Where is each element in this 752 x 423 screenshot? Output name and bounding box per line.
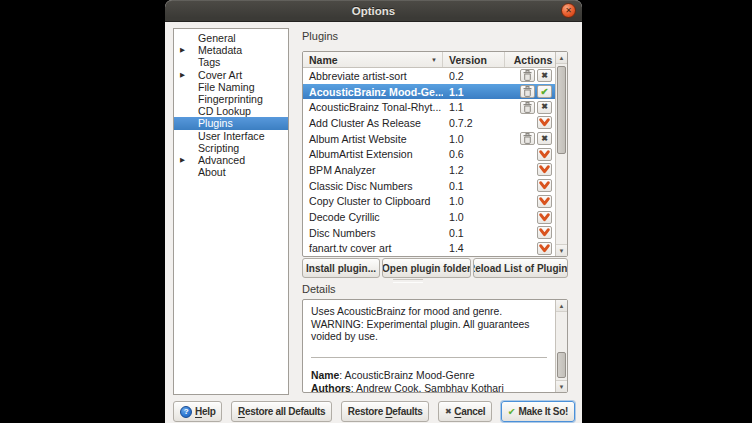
titlebar[interactable]: Options ✕ <box>165 0 582 22</box>
plugin-version: 1.0 <box>443 211 505 223</box>
x-icon: ✖ <box>541 72 548 80</box>
scrollbar-thumb[interactable] <box>557 66 566 154</box>
plugins-details-splitter[interactable] <box>393 279 423 283</box>
plugin-row[interactable]: Disc Numbers0.1 <box>303 225 555 241</box>
plugin-disabled-toggle[interactable]: ✖ <box>537 132 552 145</box>
plugin-enabled-toggle[interactable]: ✔ <box>537 85 552 98</box>
download-plugin-button[interactable] <box>537 148 552 161</box>
plugin-actions <box>505 211 555 224</box>
plugin-row[interactable]: AlbumArtist Extension0.6 <box>303 146 555 162</box>
plugin-actions: ✔ <box>505 85 555 98</box>
download-plugin-button[interactable] <box>537 179 552 192</box>
plugin-version: 1.1 <box>443 86 505 98</box>
scroll-up-button[interactable]: ▲ <box>556 300 567 312</box>
plugin-row[interactable]: Abbreviate artist-sort0.2✖ <box>303 68 555 84</box>
sidebar-item-general[interactable]: General <box>174 32 288 44</box>
trash-icon <box>523 86 532 97</box>
plugin-actions <box>505 148 555 161</box>
restore-defaults-button[interactable]: Restore Defaults <box>341 401 430 422</box>
expand-arrow-icon[interactable]: ▶ <box>180 44 185 56</box>
sidebar-item-user-interface[interactable]: User Interface <box>174 130 288 142</box>
column-header-name[interactable]: Name ▼ <box>303 52 443 67</box>
sidebar-item-cd-lookup[interactable]: CD Lookup <box>174 105 288 117</box>
plugin-actions: ✖ <box>505 69 555 82</box>
x-icon: ✖ <box>541 103 548 111</box>
uninstall-plugin-button[interactable] <box>520 85 535 98</box>
plugin-version: 0.7.2 <box>443 117 505 129</box>
sidebar-item-file-naming[interactable]: File Naming <box>174 81 288 93</box>
sidebar-item-plugins[interactable]: Plugins <box>174 117 288 129</box>
options-category-tree: General▶MetadataTags▶Cover ArtFile Namin… <box>173 28 289 395</box>
plugin-row[interactable]: Album Artist Website1.0✖ <box>303 131 555 147</box>
sidebar-item-cover-art[interactable]: ▶Cover Art <box>174 69 288 81</box>
scrollbar-thumb[interactable] <box>557 352 566 378</box>
uninstall-plugin-button[interactable] <box>520 69 535 82</box>
uninstall-plugin-button[interactable] <box>520 132 535 145</box>
confirm-check-icon: ✔ <box>508 407 516 417</box>
plugin-row[interactable]: AcousticBrainz Mood-Ge...1.1✔ <box>303 84 555 100</box>
uninstall-plugin-button[interactable] <box>520 101 535 114</box>
sidebar-item-scripting[interactable]: Scripting <box>174 142 288 154</box>
expand-arrow-icon[interactable]: ▶ <box>180 69 185 81</box>
download-plugin-button[interactable] <box>537 226 552 239</box>
download-plugin-button[interactable] <box>537 211 552 224</box>
plugin-version: 0.1 <box>443 227 505 239</box>
sort-descending-icon: ▼ <box>431 57 437 63</box>
sidebar-item-label: CD Lookup <box>198 105 251 117</box>
sidebar-item-tags[interactable]: Tags <box>174 56 288 68</box>
help-button[interactable]: ?Help <box>173 401 222 422</box>
expand-arrow-icon[interactable]: ▶ <box>180 154 185 166</box>
plugin-row[interactable]: AcousticBrainz Tonal-Rhyt...1.1✖ <box>303 99 555 115</box>
sidebar-item-label: Tags <box>198 56 220 68</box>
download-plugin-button[interactable] <box>537 163 552 176</box>
sidebar-item-label: Fingerprinting <box>198 93 263 105</box>
open-plugin-folder-button[interactable]: Open plugin folder <box>382 258 471 278</box>
download-plugin-button[interactable] <box>537 116 552 129</box>
sidebar-item-metadata[interactable]: ▶Metadata <box>174 44 288 56</box>
plugin-name: Add Cluster As Release <box>303 117 443 129</box>
scroll-up-button[interactable]: ▲ <box>556 52 567 64</box>
plugin-disabled-toggle[interactable]: ✖ <box>537 101 552 114</box>
download-icon <box>539 150 550 159</box>
column-header-version[interactable]: Version <box>443 52 505 67</box>
plugin-disabled-toggle[interactable]: ✖ <box>537 69 552 82</box>
scroll-down-button[interactable]: ▼ <box>556 244 567 256</box>
close-button[interactable]: ✕ <box>561 3 576 18</box>
column-header-actions[interactable]: Actions <box>505 52 555 67</box>
download-plugin-button[interactable] <box>537 242 552 255</box>
sidebar-item-label: Plugins <box>198 117 233 129</box>
install-plugin-button[interactable]: Install plugin... <box>302 258 380 278</box>
plugin-version: 1.0 <box>443 195 505 207</box>
download-icon <box>539 213 550 222</box>
plugin-name: fanart.tv cover art <box>303 242 443 254</box>
sidebar-item-fingerprinting[interactable]: Fingerprinting <box>174 93 288 105</box>
details-scrollbar[interactable]: ▲ ▼ <box>555 300 567 392</box>
plugin-list-scrollbar[interactable]: ▲ ▼ <box>555 52 567 256</box>
sidebar-item-label: Metadata <box>198 44 242 56</box>
plugin-row[interactable]: fanart.tv cover art1.4 <box>303 241 555 257</box>
plugin-row[interactable]: BPM Analyzer1.2 <box>303 162 555 178</box>
reload-plugin-list-button[interactable]: Reload List of Plugins <box>473 258 568 278</box>
make-it-so-button[interactable]: ✔Make It So! <box>501 401 575 422</box>
plugin-table-header: Name ▼ Version Actions <box>303 52 555 68</box>
plugin-version: 1.2 <box>443 164 505 176</box>
check-icon: ✔ <box>541 87 549 97</box>
plugin-row[interactable]: Add Cluster As Release0.7.2 <box>303 115 555 131</box>
download-plugin-button[interactable] <box>537 195 552 208</box>
cancel-button[interactable]: ✖Cancel <box>438 401 492 422</box>
sidebar-item-advanced[interactable]: ▶Advanced <box>174 154 288 166</box>
plugin-actions <box>505 242 555 255</box>
details-divider <box>311 357 547 358</box>
sidebar-item-label: Advanced <box>198 154 245 166</box>
plugin-row[interactable]: Classic Disc Numbers0.1 <box>303 178 555 194</box>
restore-all-defaults-button[interactable]: Restore all Defaults <box>231 401 332 422</box>
plugin-row[interactable]: Decode Cyrillic1.0 <box>303 209 555 225</box>
trash-icon <box>523 133 532 144</box>
plugin-row[interactable]: Copy Cluster to Clipboard1.0 <box>303 194 555 210</box>
plugin-actions <box>505 116 555 129</box>
sidebar-item-about[interactable]: About <box>174 166 288 178</box>
x-icon: ✖ <box>541 135 548 143</box>
scroll-down-button[interactable]: ▼ <box>556 380 567 392</box>
window-title: Options <box>352 5 395 17</box>
plugin-actions <box>505 179 555 192</box>
